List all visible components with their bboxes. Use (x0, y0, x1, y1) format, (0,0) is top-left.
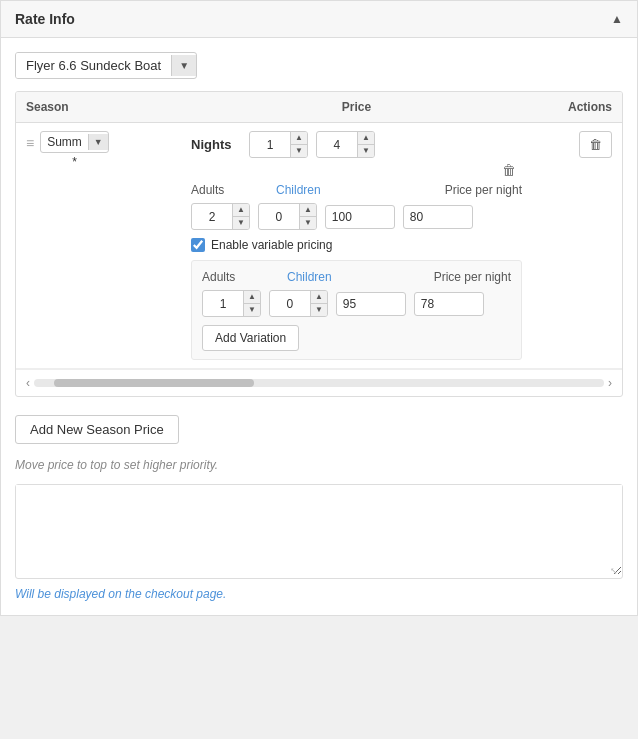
dropdown-arrow-btn[interactable]: ▼ (171, 55, 196, 76)
var-price-95-input[interactable]: 95 (336, 292, 406, 316)
adults-up[interactable]: ▲ (233, 204, 249, 217)
nights-max-down[interactable]: ▼ (358, 145, 374, 157)
notes-textarea-wrapper: ⤡ (15, 484, 623, 579)
var-children-down[interactable]: ▼ (311, 304, 327, 316)
variable-pricing-checkbox[interactable] (191, 238, 205, 252)
var-children-up[interactable]: ▲ (311, 291, 327, 304)
adults-input[interactable]: 2 (192, 206, 232, 228)
var-adults-down[interactable]: ▼ (244, 304, 260, 316)
adults-down[interactable]: ▼ (233, 217, 249, 229)
resize-handle-icon: ⤡ (610, 566, 620, 576)
notes-textarea[interactable] (16, 485, 622, 575)
nights-max-spinner[interactable]: 4 ▲ ▼ (316, 131, 375, 158)
var-adults-spinner[interactable]: 1 ▲ ▼ (202, 290, 261, 317)
nights-min-spinner[interactable]: 1 ▲ ▼ (249, 131, 308, 158)
scroll-right-arrow[interactable]: › (608, 376, 612, 390)
table-header-row: Season Price Actions (16, 92, 622, 123)
checkbox-label: Enable variable pricing (211, 238, 332, 252)
th-actions: Actions (532, 92, 622, 122)
var-children-label: Children (287, 270, 332, 284)
add-season-price-button[interactable]: Add New Season Price (15, 415, 179, 444)
adults-label: Adults (191, 183, 224, 197)
season-dropdown[interactable]: Summ ▼ (40, 131, 109, 153)
scrollbar-thumb[interactable] (54, 379, 254, 387)
adults-spinner[interactable]: 2 ▲ ▼ (191, 203, 250, 230)
var-children-spinner[interactable]: 0 ▲ ▼ (269, 290, 328, 317)
variation-labels-row: Adults Children Price per night (202, 269, 511, 284)
nights-min-input[interactable]: 1 (250, 134, 290, 156)
scroll-row: ‹ › (26, 376, 612, 390)
nights-row: Nights 1 ▲ ▼ 4 ▲ (191, 131, 522, 158)
checkout-hint: Will be displayed on the checkout page. (15, 587, 623, 601)
price-inputs-row: 2 ▲ ▼ 0 ▲ ▼ (191, 203, 522, 230)
var-children-input[interactable]: 0 (270, 293, 310, 315)
nights-min-btns: ▲ ▼ (290, 132, 307, 157)
nights-max-input[interactable]: 4 (317, 134, 357, 156)
drag-icon[interactable]: ≡ (26, 135, 34, 151)
price-80-input[interactable]: 80 (403, 205, 473, 229)
nights-max-btns: ▲ ▼ (357, 132, 374, 157)
variation-inputs-row: 1 ▲ ▼ 0 ▲ ▼ (202, 290, 511, 317)
nights-min-down[interactable]: ▼ (291, 145, 307, 157)
nights-label: Nights (191, 137, 241, 152)
adults-btns: ▲ ▼ (232, 204, 249, 229)
priority-hint: Move price to top to set higher priority… (15, 458, 623, 472)
scroll-left-arrow[interactable]: ‹ (26, 376, 30, 390)
children-up[interactable]: ▲ (300, 204, 316, 217)
price-section: Nights 1 ▲ ▼ 4 ▲ (181, 123, 532, 368)
nights-delete-icon[interactable]: 🗑 (502, 162, 516, 178)
th-season: Season (16, 92, 181, 122)
var-adults-btns: ▲ ▼ (243, 291, 260, 316)
boat-dropdown[interactable]: Flyer 6.6 Sundeck Boat ▼ (15, 52, 197, 79)
children-label: Children (276, 183, 321, 197)
season-dropdown-arrow[interactable]: ▼ (88, 134, 108, 150)
price-cell: Nights 1 ▲ ▼ 4 ▲ (181, 123, 532, 368)
toggle-icon[interactable]: ▲ (611, 12, 623, 26)
price-table: Season Price Actions ≡ Summ ▼ * (15, 91, 623, 397)
delete-row-button[interactable]: 🗑 (579, 131, 612, 158)
season-select-wrapper: Summ ▼ * (40, 131, 109, 169)
scrollbar-area: ‹ › (16, 369, 622, 396)
th-price: Price (181, 92, 532, 122)
section-header: Rate Info ▲ (1, 1, 637, 38)
section-title: Rate Info (15, 11, 75, 27)
nights-min-up[interactable]: ▲ (291, 132, 307, 145)
var-adults-input[interactable]: 1 (203, 293, 243, 315)
children-btns: ▲ ▼ (299, 204, 316, 229)
actions-cell: 🗑 (532, 123, 622, 368)
var-adults-label: Adults (202, 270, 235, 284)
dropdown-value: Flyer 6.6 Sundeck Boat (16, 53, 171, 78)
var-children-btns: ▲ ▼ (310, 291, 327, 316)
var-price-per-night-label: Price per night (434, 270, 511, 284)
children-input[interactable]: 0 (259, 206, 299, 228)
scrollbar-track[interactable] (34, 379, 604, 387)
price-100-input[interactable]: 100 (325, 205, 395, 229)
var-adults-up[interactable]: ▲ (244, 291, 260, 304)
variation-section: Adults Children Price per night (191, 260, 522, 360)
var-price-78-input[interactable]: 78 (414, 292, 484, 316)
adults-children-label-row: Adults Children Price per night (191, 182, 522, 197)
table-row: ≡ Summ ▼ * Nights (16, 123, 622, 369)
variable-pricing-checkbox-row: Enable variable pricing (191, 238, 522, 252)
delete-icon: 🗑 (589, 137, 602, 152)
nights-max-up[interactable]: ▲ (358, 132, 374, 145)
add-variation-button[interactable]: Add Variation (202, 325, 299, 351)
season-cell: ≡ Summ ▼ * (16, 123, 181, 368)
children-down[interactable]: ▼ (300, 217, 316, 229)
price-per-night-label-top: Price per night (445, 183, 522, 197)
season-dropdown-text: Summ (41, 132, 88, 152)
asterisk: * (40, 155, 109, 169)
children-spinner[interactable]: 0 ▲ ▼ (258, 203, 317, 230)
section-body: Flyer 6.6 Sundeck Boat ▼ Season Price Ac… (1, 38, 637, 615)
